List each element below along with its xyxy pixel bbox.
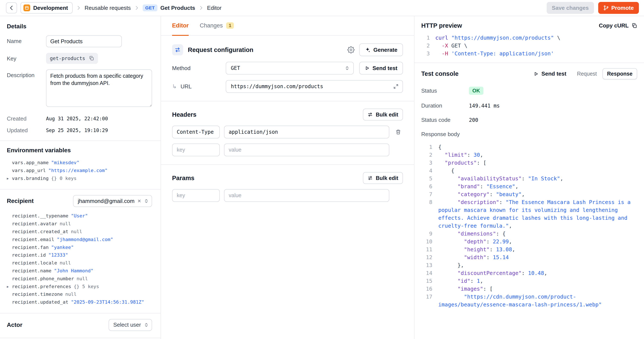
actor-select[interactable]: Select user bbox=[108, 319, 152, 331]
section-divider bbox=[161, 164, 414, 165]
response-body-label: Response body bbox=[421, 131, 469, 138]
header-value-input[interactable] bbox=[224, 126, 389, 138]
app-window: Development Reusable requests GET Get Pr… bbox=[0, 0, 644, 339]
param-key-input[interactable] bbox=[172, 189, 220, 202]
environment-chip[interactable]: Development bbox=[20, 2, 72, 14]
save-changes-button[interactable]: Save changes bbox=[547, 2, 594, 14]
recipient-field-key: recipient.updated_at bbox=[12, 298, 68, 306]
line-content: "discountPercentage": 10.48, bbox=[438, 269, 637, 277]
line-number: 12 bbox=[421, 254, 432, 261]
line-content: "id": 1, bbox=[438, 277, 637, 285]
curl-code-block: 1 curl "https://dummyjson.com/products" … bbox=[414, 33, 644, 62]
gear-icon[interactable] bbox=[347, 46, 354, 54]
http-preview-title: HTTP preview bbox=[421, 22, 462, 29]
send-test-label: Send test bbox=[372, 65, 398, 72]
description-textarea[interactable]: Fetch products from a specific category … bbox=[46, 70, 152, 107]
updated-value: Sep 25 2025, 19:10:29 bbox=[46, 126, 108, 134]
updated-label: Updated bbox=[7, 126, 46, 134]
env-var-row: ▸ vars.app_name "mikesdev" bbox=[7, 159, 152, 167]
copy-icon[interactable] bbox=[89, 56, 94, 61]
header-key-input[interactable] bbox=[172, 126, 220, 138]
environment-icon bbox=[24, 4, 30, 11]
chevron-right-icon[interactable]: ▸ bbox=[7, 174, 9, 182]
recipient-field-row: ▸ recipient.fan "yankee" bbox=[7, 244, 152, 252]
tab-response[interactable]: Response bbox=[602, 68, 637, 80]
code-line: 5 "availabilityStatus": "In Stock", bbox=[421, 174, 637, 182]
recipient-field-row: ▸ recipient.id "12333" bbox=[7, 251, 152, 259]
line-number: 7 bbox=[421, 190, 432, 198]
header-key-input[interactable] bbox=[172, 144, 220, 156]
recipient-field-row: ▸ recipient.created_at null bbox=[7, 228, 152, 236]
created-row: Created Aug 31 2025, 22:42:00 bbox=[7, 114, 152, 122]
env-var-row: ▸ vars.branding {} 0 keys bbox=[7, 174, 152, 182]
recipient-field-value: {} 5 keys bbox=[74, 283, 99, 291]
method-badge: GET bbox=[143, 4, 158, 11]
recipient-field-value: null bbox=[76, 275, 88, 283]
code-line: 10 "depth": 22.99, bbox=[421, 238, 637, 246]
line-number: 1 bbox=[421, 143, 432, 151]
breadcrumb-item-request[interactable]: GET Get Products bbox=[143, 4, 195, 11]
request-configuration-title: Request configuration bbox=[188, 46, 343, 54]
recipient-title: Recipient bbox=[7, 198, 34, 204]
code-line: 2 -X GET \ bbox=[421, 42, 637, 50]
recipient-select[interactable]: jhammond@gmail.com × bbox=[73, 195, 152, 207]
line-number: 6 bbox=[421, 182, 432, 190]
key-value: get-products bbox=[50, 56, 85, 61]
recipient-field-value: "User" bbox=[71, 212, 88, 220]
recipient-field-value: null bbox=[60, 259, 71, 267]
recipient-field-key: recipient.locale bbox=[12, 259, 57, 267]
key-field-row: Key get-products bbox=[7, 53, 152, 64]
breadcrumb-item-editor: Editor bbox=[207, 5, 222, 11]
play-icon bbox=[365, 66, 370, 70]
url-input[interactable]: https://dummyjson.com/products bbox=[226, 80, 403, 93]
tab-editor[interactable]: Editor bbox=[172, 16, 189, 36]
chevron-right-icon[interactable]: ▸ bbox=[7, 283, 9, 291]
generate-button[interactable]: Generate bbox=[359, 44, 403, 56]
promote-button[interactable]: Promote bbox=[598, 2, 639, 14]
expand-icon[interactable] bbox=[393, 84, 399, 89]
recipient-field-key: recipient.phone_number bbox=[12, 275, 74, 283]
trash-icon[interactable] bbox=[394, 129, 403, 135]
tab-changes[interactable]: Changes 1 bbox=[200, 16, 234, 36]
line-content: "height": 13.08, bbox=[438, 246, 637, 254]
back-button[interactable] bbox=[6, 2, 17, 14]
line-content: "depth": 22.99, bbox=[438, 238, 637, 246]
http-preview-header: HTTP preview Copy cURL bbox=[414, 16, 644, 33]
header-value-input[interactable] bbox=[224, 144, 389, 156]
send-test-button[interactable]: Send test bbox=[359, 62, 403, 74]
env-var-key: vars.app_name bbox=[12, 159, 48, 167]
method-row: Method GET Send test bbox=[172, 62, 403, 74]
section-divider bbox=[161, 101, 414, 101]
send-test-link[interactable]: Send test bbox=[534, 70, 566, 77]
bulk-edit-headers-button[interactable]: Bulk edit bbox=[363, 108, 403, 120]
actor-title: Actor bbox=[7, 322, 22, 328]
recipient-field-value: null bbox=[65, 290, 76, 298]
name-input[interactable] bbox=[46, 35, 122, 47]
breadcrumb-request-name: Get Products bbox=[160, 5, 195, 11]
section-divider bbox=[0, 189, 160, 190]
promote-icon bbox=[603, 5, 609, 11]
bulk-edit-label: Bulk edit bbox=[376, 112, 398, 118]
section-divider bbox=[0, 140, 160, 141]
code-line: 12 "width": 15.14 bbox=[421, 254, 637, 261]
method-select[interactable]: GET bbox=[226, 62, 354, 74]
sparkle-icon bbox=[365, 47, 370, 52]
breadcrumb-item-reusable-requests[interactable]: Reusable requests bbox=[84, 5, 131, 11]
tab-request[interactable]: Request bbox=[572, 68, 602, 80]
copy-curl-button[interactable]: Copy cURL bbox=[599, 22, 637, 29]
recipient-fields-list: ▸ recipient.__typename "User" ▸ recipien… bbox=[7, 212, 152, 306]
line-number: 14 bbox=[421, 269, 432, 277]
param-value-input[interactable] bbox=[224, 189, 389, 202]
duration-value: 149.441 ms bbox=[469, 103, 500, 109]
clear-icon[interactable]: × bbox=[138, 198, 141, 204]
status-code-value: 200 bbox=[469, 117, 478, 123]
recipient-field-row: ▸ recipient.locale null bbox=[7, 259, 152, 267]
line-content: "images": [ bbox=[438, 285, 637, 293]
chevron-updown-icon bbox=[144, 322, 149, 327]
breadcrumb-separator-icon bbox=[198, 5, 204, 10]
line-number: 1 bbox=[421, 34, 430, 42]
environment-label: Development bbox=[33, 5, 68, 11]
line-content: "https://cdn.dummyjson.com/product-image… bbox=[438, 293, 637, 308]
bulk-edit-params-button[interactable]: Bulk edit bbox=[363, 172, 403, 184]
http-preview-panel: HTTP preview Copy cURL 1 curl "https://d… bbox=[414, 16, 644, 339]
